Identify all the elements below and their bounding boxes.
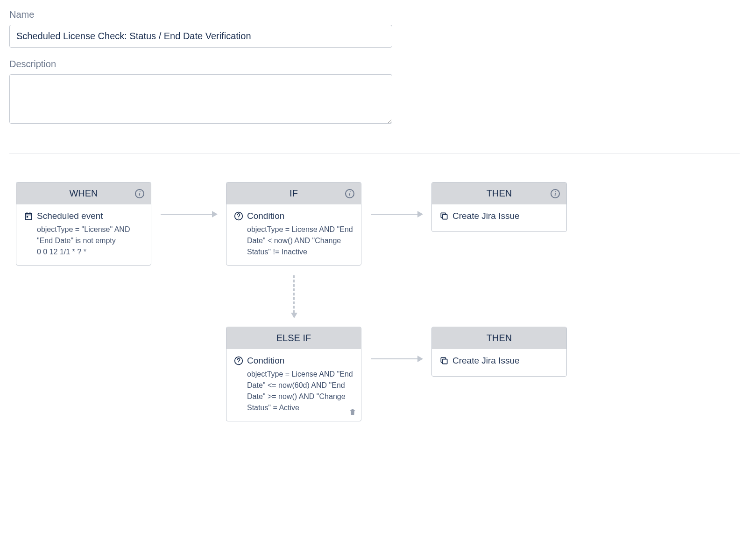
then1-header-label: THEN — [487, 188, 512, 198]
if-header: IF i — [226, 182, 361, 204]
elseif-header: ELSE IF — [226, 327, 361, 349]
then1-header: THEN i — [432, 182, 566, 204]
then2-header-label: THEN — [487, 333, 512, 343]
info-icon[interactable]: i — [135, 189, 144, 198]
svg-point-5 — [238, 363, 239, 363]
svg-rect-6 — [443, 359, 447, 364]
then-card-1[interactable]: THEN i Create Jira Issue — [431, 182, 567, 232]
if-card[interactable]: IF i Condition objectType = License AND … — [226, 182, 361, 266]
calendar-icon — [24, 211, 33, 221]
if-title-row: Condition — [234, 211, 353, 221]
arrow-if-to-then — [371, 214, 422, 215]
name-input[interactable] — [9, 25, 392, 48]
name-label: Name — [9, 9, 740, 20]
copy-icon — [439, 356, 449, 365]
when-title: Scheduled event — [37, 211, 103, 221]
question-icon — [234, 356, 243, 365]
when-title-row: Scheduled event — [24, 211, 143, 221]
elseif-card[interactable]: ELSE IF Condition objectType = License A… — [226, 327, 361, 421]
description-textarea[interactable] — [9, 74, 392, 124]
svg-rect-3 — [443, 215, 447, 219]
when-body: Scheduled event objectType = "License" A… — [16, 204, 151, 265]
when-header-label: WHEN — [69, 188, 98, 198]
info-icon[interactable]: i — [551, 189, 560, 198]
elseif-details: objectType = License AND "End Date" <= n… — [234, 369, 353, 413]
when-header: WHEN i — [16, 182, 151, 204]
automation-flow: WHEN i Scheduled event objectType = "Lic… — [16, 182, 740, 462]
if-title: Condition — [247, 211, 284, 221]
when-details: objectType = "License" AND "End Date" is… — [24, 224, 143, 258]
svg-point-2 — [238, 218, 239, 218]
svg-rect-0 — [27, 216, 28, 217]
section-divider — [9, 154, 740, 154]
then-card-2[interactable]: THEN Create Jira Issue — [431, 327, 567, 377]
if-body: Condition objectType = License AND "End … — [226, 204, 361, 265]
then2-body: Create Jira Issue — [432, 349, 566, 376]
elseif-body: Condition objectType = License AND "End … — [226, 349, 361, 421]
then1-body: Create Jira Issue — [432, 204, 566, 231]
trash-icon[interactable] — [349, 408, 356, 416]
when-card[interactable]: WHEN i Scheduled event objectType = "Lic… — [16, 182, 151, 266]
then1-title-row: Create Jira Issue — [439, 211, 559, 221]
elseif-header-label: ELSE IF — [276, 333, 311, 343]
name-field-group: Name — [9, 9, 740, 48]
copy-icon — [439, 211, 449, 221]
elseif-title: Condition — [247, 356, 284, 366]
then2-title: Create Jira Issue — [452, 356, 520, 366]
arrow-when-to-if — [161, 214, 217, 215]
question-icon — [234, 211, 243, 221]
if-details: objectType = License AND "End Date" < no… — [234, 224, 353, 258]
arrow-elseif-to-then — [371, 358, 422, 359]
then2-title-row: Create Jira Issue — [439, 356, 559, 366]
elseif-title-row: Condition — [234, 356, 353, 366]
description-label: Description — [9, 59, 740, 70]
if-header-label: IF — [290, 188, 298, 198]
then2-header: THEN — [432, 327, 566, 349]
description-field-group: Description — [9, 59, 740, 126]
info-icon[interactable]: i — [345, 189, 354, 198]
then1-title: Create Jira Issue — [452, 211, 520, 221]
arrow-if-to-elseif — [293, 275, 295, 317]
